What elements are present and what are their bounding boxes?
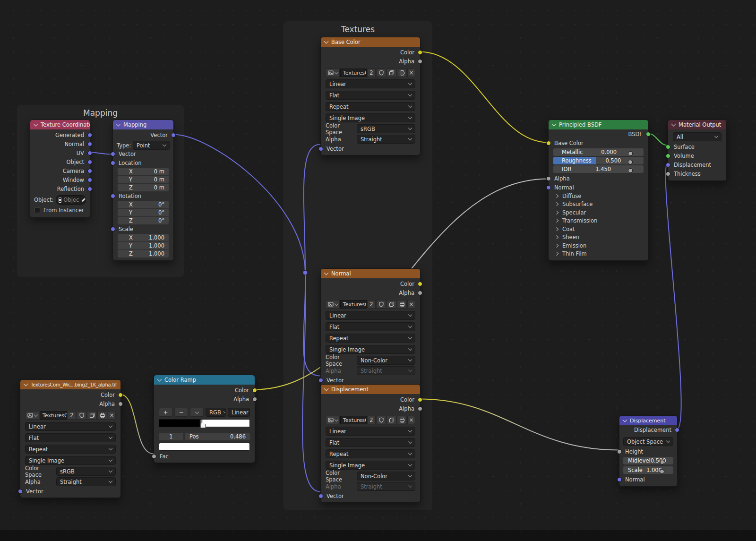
projection-select[interactable]: Flat xyxy=(326,322,415,331)
socket-reflection-output[interactable] xyxy=(87,187,92,191)
section-thin-film[interactable]: Thin Film xyxy=(549,250,648,258)
projection-select[interactable]: Flat xyxy=(326,438,415,447)
stop-index-field[interactable]: 1 xyxy=(159,433,183,440)
collapse-chevron-icon[interactable] xyxy=(157,377,162,382)
color-space-select[interactable]: Non-Color xyxy=(357,472,415,481)
section-emission[interactable]: Emission xyxy=(549,241,648,250)
socket-thickness-input[interactable] xyxy=(666,172,670,176)
rotation-z-field[interactable]: Z0° xyxy=(118,217,169,224)
socket-normal-input[interactable] xyxy=(617,477,622,482)
alpha-mode-select[interactable]: Straight xyxy=(357,135,415,144)
socket-generated-output[interactable] xyxy=(87,133,92,137)
node-header[interactable]: Displacement xyxy=(321,385,420,394)
scale-z-field[interactable]: Z1.000 xyxy=(118,250,169,258)
node-material-output[interactable]: Material Output All Surface Volume Displ… xyxy=(668,120,727,181)
socket-vector-output[interactable] xyxy=(171,133,176,137)
socket-ior-input[interactable] xyxy=(628,168,633,173)
unlink-image-button[interactable]: × xyxy=(407,300,415,309)
socket-scale-input[interactable] xyxy=(111,227,115,232)
node-header[interactable]: Displacement xyxy=(619,416,677,425)
duplicate-image-button[interactable] xyxy=(387,416,396,424)
pack-image-button[interactable] xyxy=(97,411,107,420)
midlevel-slider[interactable]: Midlevel0.500 xyxy=(623,457,673,464)
stop-position-field[interactable]: Pos0.486 xyxy=(185,433,250,440)
node-header[interactable]: Material Output xyxy=(668,120,726,129)
node-header[interactable]: TexturesCom_Wic...bing2_1K_alpha.tif xyxy=(20,380,120,389)
object-picker-field[interactable]: Objec xyxy=(56,195,86,205)
socket-metallic-input[interactable] xyxy=(628,151,633,156)
image-browse-button[interactable] xyxy=(326,416,340,424)
socket-fac-input[interactable] xyxy=(152,454,156,459)
socket-vector-input[interactable] xyxy=(111,152,115,156)
scale-x-field[interactable]: X1.000 xyxy=(118,234,169,241)
image-browse-button[interactable] xyxy=(326,69,340,77)
pack-image-button[interactable] xyxy=(397,69,407,77)
socket-displacement-output[interactable] xyxy=(675,428,679,432)
fake-user-button[interactable] xyxy=(376,300,386,309)
image-browse-button[interactable] xyxy=(25,411,39,420)
rotation-x-field[interactable]: X0° xyxy=(118,201,169,208)
color-space-select[interactable]: Non-Color xyxy=(357,356,415,365)
output-target-select[interactable]: All xyxy=(673,132,722,141)
image-name-field[interactable]: TexturesCo... xyxy=(40,411,67,420)
node-color-ramp[interactable]: Color Ramp Color Alpha + − RGB Linear 1 … xyxy=(154,375,255,463)
interpolation-select[interactable]: Linear xyxy=(326,311,415,320)
alpha-mode-select[interactable]: Straight xyxy=(56,477,116,486)
unlink-image-button[interactable]: × xyxy=(407,416,415,424)
ramp-interpolation-select[interactable]: Linear xyxy=(228,408,250,417)
socket-base-color-input[interactable] xyxy=(546,141,551,146)
node-mapping[interactable]: Mapping Vector Type: Point Vector Locati… xyxy=(112,120,174,261)
unlink-image-button[interactable]: × xyxy=(407,69,415,77)
stop-color-swatch[interactable] xyxy=(159,443,250,451)
color-space-select[interactable]: sRGB xyxy=(56,467,116,476)
location-x-field[interactable]: X0 m xyxy=(118,168,169,175)
image-name-field[interactable]: TexturesCo... xyxy=(340,300,367,309)
node-texture-coordinate[interactable]: Texture Coordinate Generated Normal UV O… xyxy=(30,120,90,218)
collapse-chevron-icon[interactable] xyxy=(324,39,329,44)
collapse-chevron-icon[interactable] xyxy=(552,122,557,127)
duplicate-image-button[interactable] xyxy=(387,300,396,309)
node-header[interactable]: Normal xyxy=(321,269,420,278)
duplicate-image-button[interactable] xyxy=(387,69,396,77)
collapse-chevron-icon[interactable] xyxy=(34,122,38,127)
source-select[interactable]: Single Image xyxy=(326,113,415,122)
section-subsurface[interactable]: Subsurface xyxy=(549,200,648,209)
ramp-options-button[interactable] xyxy=(190,408,204,417)
location-z-field[interactable]: Z0 m xyxy=(118,184,169,191)
fake-user-button[interactable] xyxy=(376,69,386,77)
collapse-chevron-icon[interactable] xyxy=(324,271,329,275)
interpolation-select[interactable]: Linear xyxy=(326,79,415,88)
socket-height-input[interactable] xyxy=(617,449,622,454)
node-principled-bsdf[interactable]: Principled BSDF BSDF Base Color Metallic… xyxy=(548,120,649,261)
section-sheen[interactable]: Sheen xyxy=(549,233,648,242)
socket-rotation-input[interactable] xyxy=(111,194,115,198)
node-image-texture-base-color[interactable]: Base Color Color Alpha TexturesCo... 2 ×… xyxy=(320,37,421,155)
socket-alpha-output[interactable] xyxy=(252,397,257,402)
image-users-button[interactable]: 2 xyxy=(367,69,376,77)
extension-select[interactable]: Repeat xyxy=(326,102,415,111)
interpolation-select[interactable]: Linear xyxy=(25,422,116,431)
remove-stop-button[interactable]: − xyxy=(174,408,188,417)
node-header[interactable]: Mapping xyxy=(113,120,173,129)
node-header[interactable]: Texture Coordinate xyxy=(30,120,90,129)
source-select[interactable]: Single Image xyxy=(326,461,415,470)
extension-select[interactable]: Repeat xyxy=(326,449,415,458)
fake-user-button[interactable] xyxy=(77,411,86,420)
ior-slider[interactable]: IOR1.450 xyxy=(553,165,644,173)
projection-select[interactable]: Flat xyxy=(326,91,415,100)
image-browse-button[interactable] xyxy=(326,300,340,309)
image-users-button[interactable]: 2 xyxy=(68,411,76,420)
socket-window-output[interactable] xyxy=(87,178,92,182)
scale-y-field[interactable]: Y1.000 xyxy=(118,242,169,249)
socket-displacement-input[interactable] xyxy=(666,163,670,167)
collapse-chevron-icon[interactable] xyxy=(671,122,676,127)
collapse-chevron-icon[interactable] xyxy=(324,386,329,391)
interpolation-select[interactable]: Linear xyxy=(326,427,415,436)
socket-object-output[interactable] xyxy=(87,160,92,164)
source-select[interactable]: Single Image xyxy=(326,345,415,354)
ramp-stop-handle[interactable] xyxy=(200,424,206,428)
socket-surface-input[interactable] xyxy=(666,145,670,149)
socket-scale-input[interactable] xyxy=(660,469,664,474)
socket-color-output[interactable] xyxy=(418,50,422,55)
unlink-image-button[interactable]: × xyxy=(108,411,116,420)
